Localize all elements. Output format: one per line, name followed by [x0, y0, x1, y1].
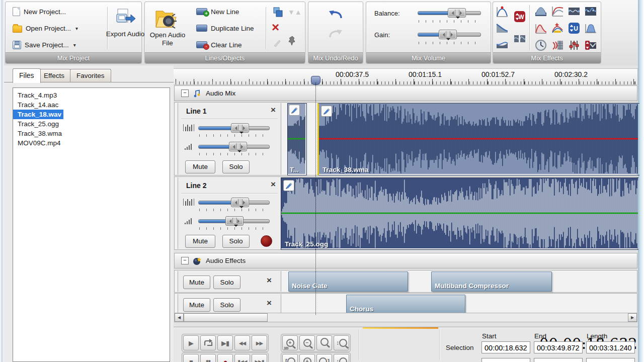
line2-close-button[interactable]: ×	[271, 179, 276, 190]
open-project-button[interactable]: Open Project... ▾	[13, 23, 78, 34]
copy-object-icon[interactable]	[272, 6, 284, 18]
chevron-down-icon[interactable]: ▾	[73, 42, 76, 48]
line1-balance-slider[interactable]	[198, 123, 270, 132]
new-project-button[interactable]: New Project...	[13, 6, 66, 17]
reverb-effect-icon[interactable]	[551, 39, 564, 52]
save-project-button[interactable]: Save Project... ▾	[13, 39, 76, 50]
effect-block-multiband-compressor[interactable]: Multiband Compressor	[431, 272, 552, 292]
maximizer-effect-icon[interactable]: W	[513, 10, 526, 23]
gain-slider[interactable]	[418, 30, 481, 39]
line2-volume-slider[interactable]	[198, 216, 270, 225]
chevron-down-icon[interactable]: ▾	[75, 26, 78, 31]
tab-effects[interactable]: Effects	[37, 69, 71, 82]
line1-mute-button[interactable]: Mute	[185, 160, 215, 173]
clip-small-track[interactable]: T...	[287, 103, 307, 175]
scroll-right-button[interactable]: ▶	[628, 313, 637, 322]
scroll-left-button[interactable]: ◀	[175, 313, 184, 322]
zoom-selection-start-button[interactable]: [	[282, 354, 298, 362]
fx2-solo-button[interactable]: Solo	[213, 298, 240, 312]
loop-playback-button[interactable]	[200, 335, 216, 350]
delay-effect-icon[interactable]	[534, 39, 547, 52]
stretch-effect-icon[interactable]	[568, 5, 581, 18]
compressor-effect-icon[interactable]	[551, 5, 564, 18]
view-start-field[interactable]	[481, 358, 530, 362]
peak-effect-icon[interactable]	[534, 22, 547, 35]
pitch-shift-effect-icon[interactable]: U	[568, 22, 581, 35]
balance-slider[interactable]	[418, 8, 481, 17]
undo-icon[interactable]	[327, 7, 344, 21]
fast-forward-button[interactable]: ▶▶	[252, 335, 267, 350]
next-object-button[interactable]: ▶▶▮	[252, 354, 267, 362]
effect-block-noise-gate[interactable]: Noise Gate	[288, 272, 408, 292]
clear-line-icon: ·	[196, 41, 207, 48]
play-button[interactable]: ▶	[183, 335, 199, 350]
fx1-close-button[interactable]: ×	[267, 276, 272, 286]
selection-start-field[interactable]: 00:00:18.632	[481, 341, 530, 353]
edit-pencil-icon[interactable]	[321, 106, 332, 117]
zoom-out-button[interactable]: −	[299, 335, 315, 350]
rewind-button[interactable]: ◀◀	[234, 335, 250, 350]
mixer-effect-icon[interactable]	[568, 39, 581, 52]
line1-close-button[interactable]: ×	[271, 105, 276, 115]
file-item[interactable]: Track_25.ogg	[13, 119, 170, 129]
selection-length-field[interactable]: 00:03:31.240	[586, 341, 635, 353]
line2-record-button[interactable]	[261, 235, 272, 247]
pin-object-icon[interactable]	[287, 35, 298, 46]
file-item[interactable]: Track_4.mp3	[13, 90, 170, 100]
edit-pencil-icon[interactable]	[289, 105, 300, 116]
envelope-effect-icon[interactable]	[513, 32, 526, 45]
record-button[interactable]: ●	[217, 354, 233, 362]
file-item[interactable]: Track_38.wma	[13, 129, 170, 138]
zoom-100-button[interactable]: 100	[316, 335, 332, 350]
stop-button[interactable]: ■	[183, 354, 199, 362]
tab-files[interactable]: Files	[13, 68, 41, 83]
view-length-field[interactable]	[586, 358, 635, 362]
timeline-ruler[interactable]: 00:00:37.500:01:15.100:01:52.700:02:30.2	[174, 68, 638, 85]
selection-end-field[interactable]: 00:03:49.872	[534, 341, 583, 353]
collapse-audio-mix-button[interactable]: −	[181, 89, 189, 97]
file-item[interactable]: Track_14.aac	[13, 100, 170, 110]
noise-removal-effect-icon[interactable]	[534, 5, 547, 18]
zoom-selection-button[interactable]: +	[299, 354, 315, 362]
line2-solo-button[interactable]: Solo	[222, 235, 250, 248]
fx1-solo-button[interactable]: Solo	[213, 276, 240, 289]
new-line-button[interactable]: + New Line	[196, 6, 239, 17]
file-item[interactable]: Track_18.wav	[13, 110, 63, 119]
play-to-end-button[interactable]: ▶▮	[217, 335, 233, 350]
export-audio-button[interactable]: Export Audio	[105, 30, 145, 38]
view-end-field[interactable]	[534, 358, 583, 362]
file-item[interactable]: MOV09C.mp4	[13, 138, 170, 148]
normalize-effect-icon[interactable]	[496, 37, 509, 50]
duplicate-line-button[interactable]: Duplicate Line	[196, 23, 254, 34]
tab-favorites[interactable]: Favorites	[70, 69, 111, 82]
file-list[interactable]: Track_4.mp3Track_14.aacTrack_18.wavTrack…	[13, 87, 170, 362]
pause-button[interactable]: ▮▮	[200, 354, 216, 362]
previous-object-button[interactable]: ▮◀◀	[234, 354, 250, 362]
flanger-effect-icon[interactable]	[584, 5, 597, 18]
edit-pencil-icon[interactable]	[283, 180, 294, 191]
collapse-audio-effects-button[interactable]: −	[181, 257, 189, 264]
fx1-mute-button[interactable]: Mute	[183, 276, 210, 289]
line1-solo-button[interactable]: Solo	[222, 160, 250, 173]
amplify-effect-icon[interactable]	[496, 5, 509, 18]
line2-balance-slider[interactable]	[198, 198, 270, 207]
effect-block-chorus[interactable]: Chorus	[346, 295, 465, 315]
fx2-mute-button[interactable]: Mute	[183, 298, 210, 312]
delete-object-icon[interactable]: ×	[272, 21, 284, 34]
zoom-vertical-button[interactable]: ↕	[334, 335, 349, 350]
clear-line-button[interactable]: · Clear Line	[196, 39, 242, 50]
expander-effect-icon[interactable]	[584, 39, 597, 52]
horizontal-scrollbar[interactable]: ◀ ▶	[174, 313, 637, 322]
fx2-close-button[interactable]: ×	[267, 298, 272, 308]
bandpass-effect-icon[interactable]	[584, 22, 597, 35]
zoom-vertical-fit-button[interactable]: ↕	[334, 354, 349, 362]
scrollbar-thumb[interactable]	[184, 313, 268, 322]
line2-mute-button[interactable]: Mute	[185, 235, 215, 248]
zoom-selection-end-button[interactable]: ]	[316, 354, 332, 362]
clip-track25[interactable]: Track_25.ogg	[281, 177, 638, 250]
open-audio-file-button[interactable]: Open Audio File	[145, 31, 190, 47]
line1-volume-slider[interactable]	[198, 142, 270, 151]
clip-track38[interactable]: Track_38.wma	[317, 103, 639, 175]
sparkle-eq-effect-icon[interactable]	[551, 22, 564, 35]
fade-effect-icon[interactable]	[496, 21, 509, 34]
